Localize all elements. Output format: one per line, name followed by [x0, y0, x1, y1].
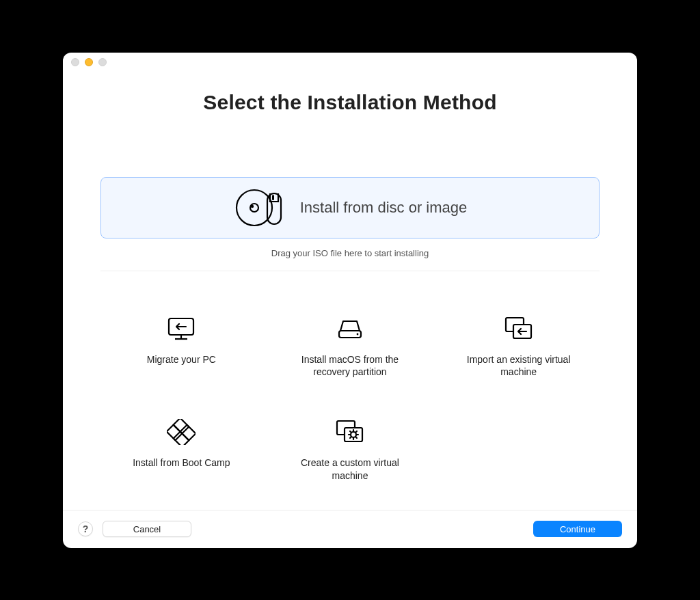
option-label: Import an existing virtual machine — [457, 353, 580, 379]
continue-button[interactable]: Continue — [533, 521, 622, 537]
svg-line-23 — [350, 431, 351, 433]
svg-point-2 — [251, 204, 254, 207]
drop-hint-text: Drag your ISO file here to start install… — [271, 248, 429, 258]
svg-rect-15 — [174, 432, 189, 445]
grid-spacer — [438, 415, 600, 485]
page-title: Select the Installation Method — [203, 91, 496, 114]
option-bootcamp[interactable]: Install from Boot Camp — [100, 415, 262, 485]
secondary-options-grid: Migrate your PC Install macOS from the r… — [100, 312, 600, 486]
bootcamp-icon — [167, 418, 196, 446]
disc-image-icon — [233, 186, 288, 230]
option-install-macos[interactable]: Install macOS from the recovery partitio… — [269, 312, 431, 382]
option-label: Create a custom virtual machine — [288, 456, 412, 482]
custom-vm-icon — [334, 418, 366, 446]
help-button[interactable]: ? — [78, 521, 93, 536]
svg-rect-4 — [272, 195, 274, 200]
install-from-disc-option[interactable]: Install from disc or image — [100, 177, 600, 238]
svg-point-1 — [250, 204, 258, 212]
dialog-footer: ? Cancel Continue — [63, 510, 637, 548]
window-minimize-button[interactable] — [85, 58, 93, 66]
import-vm-icon — [503, 315, 535, 342]
option-label: Install macOS from the recovery partitio… — [288, 353, 412, 379]
option-label: Migrate your PC — [147, 353, 216, 366]
hard-drive-icon — [336, 315, 364, 342]
section-divider — [100, 271, 600, 271]
svg-line-26 — [350, 437, 351, 438]
dialog-content: Select the Installation Method Install f… — [63, 72, 637, 510]
svg-line-25 — [355, 431, 357, 433]
install-from-disc-label: Install from disc or image — [300, 199, 468, 217]
svg-point-9 — [357, 333, 359, 335]
installer-dialog: Select the Installation Method Install f… — [63, 53, 637, 548]
window-titlebar — [63, 53, 637, 72]
option-migrate-pc[interactable]: Migrate your PC — [100, 312, 262, 382]
svg-line-24 — [355, 437, 357, 438]
option-custom-vm[interactable]: Create a custom virtual machine — [269, 415, 431, 485]
option-import-vm[interactable]: Import an existing virtual machine — [438, 312, 600, 382]
window-zoom-button[interactable] — [98, 58, 107, 66]
option-label: Install from Boot Camp — [133, 456, 230, 469]
window-close-button[interactable] — [71, 58, 79, 66]
primary-option-zone: Install from disc or image Drag your ISO… — [100, 177, 600, 271]
cancel-button[interactable]: Cancel — [103, 521, 191, 537]
migrate-pc-icon — [167, 315, 196, 342]
